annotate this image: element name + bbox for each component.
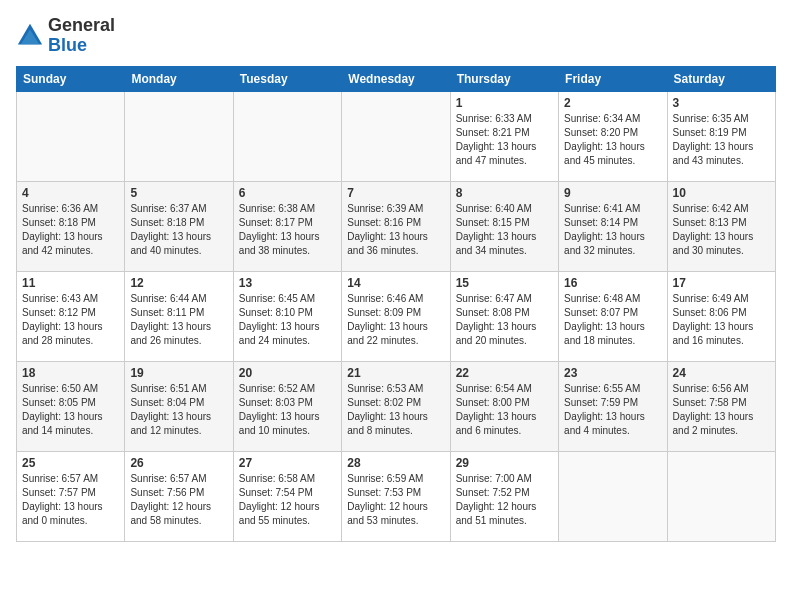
calendar-day-cell: 26Sunrise: 6:57 AMSunset: 7:56 PMDayligh… xyxy=(125,451,233,541)
calendar-day-cell: 16Sunrise: 6:48 AMSunset: 8:07 PMDayligh… xyxy=(559,271,667,361)
day-number: 25 xyxy=(22,456,119,470)
calendar-day-cell: 28Sunrise: 6:59 AMSunset: 7:53 PMDayligh… xyxy=(342,451,450,541)
day-number: 29 xyxy=(456,456,553,470)
logo-text-line1: General xyxy=(48,16,115,36)
calendar-week-row: 11Sunrise: 6:43 AMSunset: 8:12 PMDayligh… xyxy=(17,271,776,361)
day-number: 10 xyxy=(673,186,770,200)
calendar-day-cell: 14Sunrise: 6:46 AMSunset: 8:09 PMDayligh… xyxy=(342,271,450,361)
day-number: 9 xyxy=(564,186,661,200)
day-number: 22 xyxy=(456,366,553,380)
calendar-day-cell: 20Sunrise: 6:52 AMSunset: 8:03 PMDayligh… xyxy=(233,361,341,451)
calendar-day-cell: 22Sunrise: 6:54 AMSunset: 8:00 PMDayligh… xyxy=(450,361,558,451)
header-row: SundayMondayTuesdayWednesdayThursdayFrid… xyxy=(17,66,776,91)
calendar-day-cell: 21Sunrise: 6:53 AMSunset: 8:02 PMDayligh… xyxy=(342,361,450,451)
day-number: 20 xyxy=(239,366,336,380)
calendar-day-cell xyxy=(233,91,341,181)
day-info: Sunrise: 6:39 AMSunset: 8:16 PMDaylight:… xyxy=(347,202,444,258)
calendar-day-cell xyxy=(667,451,775,541)
day-info: Sunrise: 6:33 AMSunset: 8:21 PMDaylight:… xyxy=(456,112,553,168)
day-info: Sunrise: 6:56 AMSunset: 7:58 PMDaylight:… xyxy=(673,382,770,438)
calendar-day-cell: 7Sunrise: 6:39 AMSunset: 8:16 PMDaylight… xyxy=(342,181,450,271)
day-number: 24 xyxy=(673,366,770,380)
day-number: 13 xyxy=(239,276,336,290)
calendar-day-cell: 23Sunrise: 6:55 AMSunset: 7:59 PMDayligh… xyxy=(559,361,667,451)
day-of-week-header: Tuesday xyxy=(233,66,341,91)
day-info: Sunrise: 6:49 AMSunset: 8:06 PMDaylight:… xyxy=(673,292,770,348)
day-info: Sunrise: 6:59 AMSunset: 7:53 PMDaylight:… xyxy=(347,472,444,528)
day-number: 19 xyxy=(130,366,227,380)
day-info: Sunrise: 6:50 AMSunset: 8:05 PMDaylight:… xyxy=(22,382,119,438)
day-number: 6 xyxy=(239,186,336,200)
day-info: Sunrise: 6:47 AMSunset: 8:08 PMDaylight:… xyxy=(456,292,553,348)
calendar-day-cell: 15Sunrise: 6:47 AMSunset: 8:08 PMDayligh… xyxy=(450,271,558,361)
day-info: Sunrise: 7:00 AMSunset: 7:52 PMDaylight:… xyxy=(456,472,553,528)
day-info: Sunrise: 6:43 AMSunset: 8:12 PMDaylight:… xyxy=(22,292,119,348)
calendar-day-cell: 12Sunrise: 6:44 AMSunset: 8:11 PMDayligh… xyxy=(125,271,233,361)
day-info: Sunrise: 6:37 AMSunset: 8:18 PMDaylight:… xyxy=(130,202,227,258)
calendar-day-cell: 9Sunrise: 6:41 AMSunset: 8:14 PMDaylight… xyxy=(559,181,667,271)
day-number: 28 xyxy=(347,456,444,470)
day-info: Sunrise: 6:38 AMSunset: 8:17 PMDaylight:… xyxy=(239,202,336,258)
calendar-day-cell: 13Sunrise: 6:45 AMSunset: 8:10 PMDayligh… xyxy=(233,271,341,361)
page-header: General Blue xyxy=(16,16,776,56)
day-info: Sunrise: 6:44 AMSunset: 8:11 PMDaylight:… xyxy=(130,292,227,348)
calendar-day-cell: 1Sunrise: 6:33 AMSunset: 8:21 PMDaylight… xyxy=(450,91,558,181)
day-info: Sunrise: 6:55 AMSunset: 7:59 PMDaylight:… xyxy=(564,382,661,438)
day-number: 11 xyxy=(22,276,119,290)
day-number: 7 xyxy=(347,186,444,200)
logo-text-line2: Blue xyxy=(48,36,115,56)
calendar-day-cell: 6Sunrise: 6:38 AMSunset: 8:17 PMDaylight… xyxy=(233,181,341,271)
calendar-day-cell: 3Sunrise: 6:35 AMSunset: 8:19 PMDaylight… xyxy=(667,91,775,181)
calendar-day-cell: 10Sunrise: 6:42 AMSunset: 8:13 PMDayligh… xyxy=(667,181,775,271)
day-number: 23 xyxy=(564,366,661,380)
calendar-body: 1Sunrise: 6:33 AMSunset: 8:21 PMDaylight… xyxy=(17,91,776,541)
day-info: Sunrise: 6:42 AMSunset: 8:13 PMDaylight:… xyxy=(673,202,770,258)
day-of-week-header: Saturday xyxy=(667,66,775,91)
calendar-day-cell: 24Sunrise: 6:56 AMSunset: 7:58 PMDayligh… xyxy=(667,361,775,451)
day-info: Sunrise: 6:34 AMSunset: 8:20 PMDaylight:… xyxy=(564,112,661,168)
day-info: Sunrise: 6:54 AMSunset: 8:00 PMDaylight:… xyxy=(456,382,553,438)
day-number: 16 xyxy=(564,276,661,290)
day-info: Sunrise: 6:53 AMSunset: 8:02 PMDaylight:… xyxy=(347,382,444,438)
day-number: 17 xyxy=(673,276,770,290)
day-info: Sunrise: 6:48 AMSunset: 8:07 PMDaylight:… xyxy=(564,292,661,348)
day-info: Sunrise: 6:45 AMSunset: 8:10 PMDaylight:… xyxy=(239,292,336,348)
day-info: Sunrise: 6:51 AMSunset: 8:04 PMDaylight:… xyxy=(130,382,227,438)
calendar-week-row: 1Sunrise: 6:33 AMSunset: 8:21 PMDaylight… xyxy=(17,91,776,181)
day-number: 21 xyxy=(347,366,444,380)
calendar-day-cell: 5Sunrise: 6:37 AMSunset: 8:18 PMDaylight… xyxy=(125,181,233,271)
day-info: Sunrise: 6:52 AMSunset: 8:03 PMDaylight:… xyxy=(239,382,336,438)
calendar-day-cell xyxy=(559,451,667,541)
day-info: Sunrise: 6:57 AMSunset: 7:56 PMDaylight:… xyxy=(130,472,227,528)
day-info: Sunrise: 6:35 AMSunset: 8:19 PMDaylight:… xyxy=(673,112,770,168)
calendar-day-cell: 27Sunrise: 6:58 AMSunset: 7:54 PMDayligh… xyxy=(233,451,341,541)
calendar-day-cell xyxy=(17,91,125,181)
calendar-day-cell: 2Sunrise: 6:34 AMSunset: 8:20 PMDaylight… xyxy=(559,91,667,181)
day-number: 1 xyxy=(456,96,553,110)
day-number: 2 xyxy=(564,96,661,110)
calendar-table: SundayMondayTuesdayWednesdayThursdayFrid… xyxy=(16,66,776,542)
day-of-week-header: Friday xyxy=(559,66,667,91)
calendar-header: SundayMondayTuesdayWednesdayThursdayFrid… xyxy=(17,66,776,91)
calendar-day-cell: 11Sunrise: 6:43 AMSunset: 8:12 PMDayligh… xyxy=(17,271,125,361)
day-number: 26 xyxy=(130,456,227,470)
calendar-day-cell: 4Sunrise: 6:36 AMSunset: 8:18 PMDaylight… xyxy=(17,181,125,271)
day-number: 8 xyxy=(456,186,553,200)
calendar-day-cell: 19Sunrise: 6:51 AMSunset: 8:04 PMDayligh… xyxy=(125,361,233,451)
logo-icon xyxy=(16,22,44,50)
day-info: Sunrise: 6:40 AMSunset: 8:15 PMDaylight:… xyxy=(456,202,553,258)
day-number: 5 xyxy=(130,186,227,200)
day-of-week-header: Sunday xyxy=(17,66,125,91)
calendar-day-cell: 25Sunrise: 6:57 AMSunset: 7:57 PMDayligh… xyxy=(17,451,125,541)
calendar-day-cell: 8Sunrise: 6:40 AMSunset: 8:15 PMDaylight… xyxy=(450,181,558,271)
day-number: 27 xyxy=(239,456,336,470)
day-of-week-header: Thursday xyxy=(450,66,558,91)
calendar-day-cell: 29Sunrise: 7:00 AMSunset: 7:52 PMDayligh… xyxy=(450,451,558,541)
day-info: Sunrise: 6:46 AMSunset: 8:09 PMDaylight:… xyxy=(347,292,444,348)
calendar-day-cell: 18Sunrise: 6:50 AMSunset: 8:05 PMDayligh… xyxy=(17,361,125,451)
calendar-week-row: 18Sunrise: 6:50 AMSunset: 8:05 PMDayligh… xyxy=(17,361,776,451)
day-number: 3 xyxy=(673,96,770,110)
calendar-day-cell xyxy=(125,91,233,181)
day-number: 12 xyxy=(130,276,227,290)
calendar-day-cell xyxy=(342,91,450,181)
